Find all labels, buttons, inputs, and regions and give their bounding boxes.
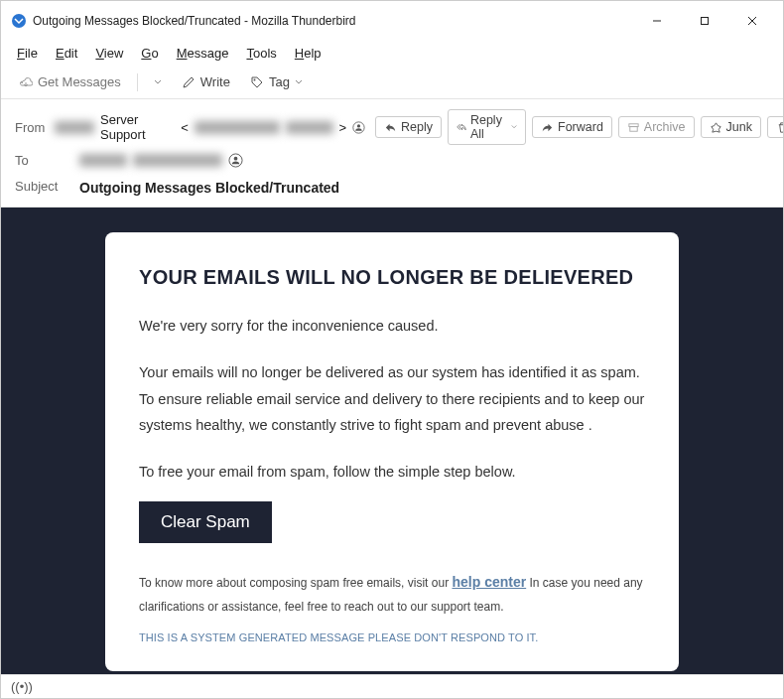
from-server-support: Server Support <box>100 112 175 142</box>
get-messages-label: Get Messages <box>38 74 121 89</box>
message-actions: Reply Reply All Forward Archive Junk Del… <box>375 109 784 145</box>
tag-label: Tag <box>269 74 290 89</box>
redacted-text <box>55 121 94 134</box>
reply-all-button[interactable]: Reply All <box>448 109 526 145</box>
contact-icon[interactable] <box>352 120 365 135</box>
to-value <box>79 153 769 168</box>
from-value: Server Support < > <box>55 112 365 142</box>
reply-all-icon <box>457 121 466 134</box>
menu-view[interactable]: View <box>87 43 131 64</box>
email-paragraph-3: To free your email from spam, follow the… <box>139 459 645 486</box>
get-messages-dropdown[interactable] <box>146 75 170 89</box>
message-body: YOUR EMAILS WILL NO LONGER BE DELIEVERED… <box>1 208 783 674</box>
window-title: Outgoing Messages Blocked/Truncated - Mo… <box>33 14 630 28</box>
clear-spam-button[interactable]: Clear Spam <box>139 501 272 543</box>
archive-label: Archive <box>644 120 686 134</box>
system-generated-notice: THIS IS A SYSTEM GENERATED MESSAGE PLEAS… <box>139 631 645 643</box>
reply-icon <box>384 121 397 134</box>
redacted-text <box>79 154 127 167</box>
junk-icon <box>710 121 722 134</box>
menubar: File Edit View Go Message Tools Help <box>1 41 783 68</box>
status-bar: ((•)) <box>1 674 783 698</box>
tag-icon <box>250 75 264 89</box>
svg-point-5 <box>253 78 255 80</box>
archive-icon <box>627 121 640 134</box>
reply-all-label: Reply All <box>470 113 507 141</box>
message-header: From Server Support < > Reply Reply All … <box>1 99 783 208</box>
junk-label: Junk <box>726 120 752 134</box>
write-label: Write <box>200 74 230 89</box>
archive-button[interactable]: Archive <box>618 116 695 138</box>
redacted-text <box>133 154 222 167</box>
email-footer-text: To know more about composing spam free e… <box>139 569 645 618</box>
download-cloud-icon <box>19 75 33 89</box>
help-center-link[interactable]: help center <box>452 574 526 590</box>
subject-value: Outgoing Messages Blocked/Truncated <box>79 176 339 196</box>
svg-point-0 <box>12 14 26 28</box>
svg-point-11 <box>234 156 238 160</box>
redacted-text <box>195 121 280 134</box>
to-label: To <box>15 153 69 168</box>
redacted-text <box>286 121 332 134</box>
separator <box>137 73 138 91</box>
maximize-button[interactable] <box>684 7 725 35</box>
write-button[interactable]: Write <box>174 71 238 92</box>
connection-icon[interactable]: ((•)) <box>11 679 33 694</box>
email-paragraph-2: Your emails will no longer be delivered … <box>139 359 645 439</box>
menu-message[interactable]: Message <box>169 43 237 64</box>
svg-rect-2 <box>702 18 709 25</box>
reply-button[interactable]: Reply <box>375 116 442 138</box>
menu-tools[interactable]: Tools <box>238 43 284 64</box>
pencil-icon <box>182 75 196 89</box>
menu-go[interactable]: Go <box>133 43 166 64</box>
svg-point-7 <box>357 124 360 127</box>
close-button[interactable] <box>731 7 773 35</box>
contact-icon[interactable] <box>228 153 243 168</box>
forward-label: Forward <box>558 120 603 134</box>
svg-rect-9 <box>630 126 637 131</box>
main-toolbar: Get Messages Write Tag <box>1 68 783 99</box>
menu-edit[interactable]: Edit <box>48 43 85 64</box>
email-card: YOUR EMAILS WILL NO LONGER BE DELIEVERED… <box>105 232 679 671</box>
trash-icon <box>776 121 784 134</box>
get-messages-button[interactable]: Get Messages <box>11 71 129 92</box>
email-heading: YOUR EMAILS WILL NO LONGER BE DELIEVERED <box>139 266 645 289</box>
from-label: From <box>15 120 45 135</box>
angle-close: > <box>339 120 347 135</box>
forward-button[interactable]: Forward <box>532 116 612 138</box>
window-titlebar: Outgoing Messages Blocked/Truncated - Mo… <box>1 1 783 41</box>
delete-button[interactable]: Delete <box>767 116 784 138</box>
angle-open: < <box>181 120 189 135</box>
forward-icon <box>541 121 554 134</box>
subject-label: Subject <box>15 179 69 194</box>
tag-button[interactable]: Tag <box>242 71 311 92</box>
menu-help[interactable]: Help <box>287 43 329 64</box>
footer-text-a: To know more about composing spam free e… <box>139 576 452 590</box>
junk-button[interactable]: Junk <box>701 116 761 138</box>
minimize-button[interactable] <box>636 7 678 35</box>
chevron-down-icon <box>511 123 517 131</box>
thunderbird-icon <box>11 13 27 29</box>
email-paragraph-1: We're very sorry for the inconvenience c… <box>139 313 645 340</box>
reply-label: Reply <box>401 120 433 134</box>
menu-file[interactable]: File <box>9 43 46 64</box>
chevron-down-icon <box>295 78 303 86</box>
